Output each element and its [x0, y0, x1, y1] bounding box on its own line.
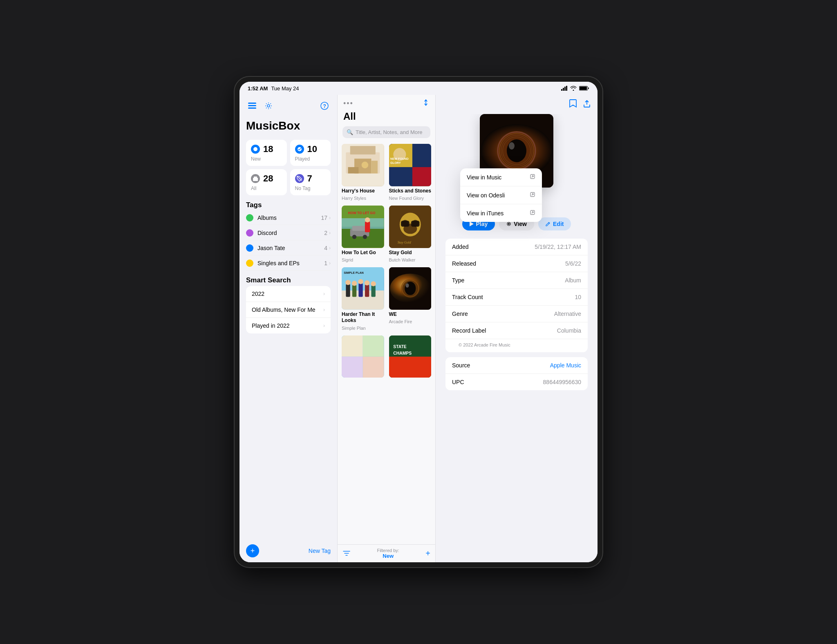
svg-text:HOW TO LET GO: HOW TO LET GO	[348, 211, 376, 215]
album-artist-howtolego: Sigrid	[342, 257, 384, 262]
info-label-trackcount: Track Count	[452, 294, 483, 300]
album-artist-sticks: New Found Glory	[389, 196, 432, 201]
dropdown-view-music[interactable]: View in Music	[460, 168, 542, 186]
edit-button[interactable]: Edit	[538, 217, 571, 230]
ipad-frame: 1:52 AM Tue May 24	[235, 77, 602, 567]
new-tag-button[interactable]: New Tag	[309, 548, 331, 554]
svg-point-52	[345, 280, 350, 285]
album-we[interactable]: WE Arcade Fire	[389, 267, 432, 331]
info-table: Added 5/19/22, 12:17 AM Released 5/6/22 …	[445, 239, 588, 352]
notag-count: 7	[307, 173, 312, 184]
played-label: Played	[295, 156, 326, 162]
info-label-released: Released	[452, 260, 476, 267]
info-label-source: Source	[452, 362, 470, 369]
album-cover-partial2: STATE CHAMPS	[389, 335, 432, 378]
middle-header: •••	[338, 95, 435, 111]
info-row-released: Released 5/6/22	[445, 255, 588, 272]
wifi-icon	[570, 86, 577, 91]
tag-count-discord: 2	[324, 230, 327, 236]
stat-all[interactable]: 28 All	[246, 169, 287, 195]
info-row-recordlabel: Record Label Columbia	[445, 322, 588, 339]
svg-rect-14	[253, 178, 258, 181]
dropdown-view-itunes[interactable]: View in iTunes	[460, 204, 542, 222]
dropdown-view-odesli[interactable]: View on Odesli	[460, 186, 542, 204]
filter-value: New	[377, 553, 399, 559]
tag-albums[interactable]: Albums 17 ›	[246, 211, 331, 225]
dropdown-arrow-music	[530, 174, 535, 181]
dropdown-view-music-label: View in Music	[467, 174, 501, 181]
chevron-singleseps: ›	[329, 260, 331, 266]
smart-search-section: Smart Search 2022 › Old Albums, New For …	[246, 276, 331, 333]
smart-search-2022[interactable]: 2022 ›	[246, 286, 331, 302]
add-album-button[interactable]: +	[425, 549, 430, 558]
svg-point-35	[352, 235, 356, 239]
album-cover-simpleplan: SIMPLE PLAN	[342, 267, 384, 310]
sort-button[interactable]	[422, 99, 430, 108]
search-icon: 🔍	[347, 129, 353, 135]
filter-button[interactable]	[342, 550, 351, 558]
stats-grid: 18 New 10	[246, 140, 331, 195]
svg-point-89	[507, 139, 526, 162]
tag-name-discord: Discord	[257, 230, 324, 236]
album-title-harrys-house: Harry's House	[342, 188, 384, 195]
tag-singleseps[interactable]: Singles and EPs 1 ›	[246, 256, 331, 271]
svg-rect-21	[348, 167, 359, 174]
album-partial1[interactable]	[342, 335, 384, 381]
svg-text:GLORY: GLORY	[390, 161, 401, 165]
stat-new[interactable]: 18 New	[246, 140, 287, 166]
stat-played[interactable]: 10 Played	[290, 140, 331, 166]
info-label-added: Added	[452, 244, 468, 250]
share-icon[interactable]	[583, 99, 591, 110]
chevron-discord: ›	[329, 230, 331, 236]
album-howtolego[interactable]: HOW TO LET GO How To Let Go Sigrid	[342, 206, 384, 262]
tag-name-jasontate: Jason Tate	[257, 245, 324, 251]
notag-icon	[295, 174, 304, 183]
smart-search-oldalbums[interactable]: Old Albums, New For Me ›	[246, 302, 331, 318]
album-sticks[interactable]: NEW FOUND GLORY Sticks and Stones New Fo…	[389, 144, 432, 201]
smart-search-played2022[interactable]: Played in 2022 ›	[246, 318, 331, 333]
chevron-played2022: ›	[323, 323, 325, 329]
svg-text:SIMPLE PLAN: SIMPLE PLAN	[344, 271, 364, 275]
album-cover-harrys-house	[342, 144, 384, 186]
tag-count-albums: 17	[321, 215, 327, 221]
middle-bottom: Filtered by: New +	[338, 544, 435, 562]
dropdown-arrow-odesli	[530, 192, 535, 199]
album-simpleplan[interactable]: SIMPLE PLAN Harder Than It Looks Simple …	[342, 267, 384, 331]
album-harrys-house[interactable]: Harry's House Harry Styles	[342, 144, 384, 201]
sidebar-toggle-icon[interactable]	[246, 100, 258, 112]
chevron-albums: ›	[329, 215, 331, 221]
tag-dot-jasontate	[246, 244, 253, 252]
bookmark-icon[interactable]	[569, 99, 577, 110]
sidebar-top-icons: ?	[246, 100, 331, 112]
help-icon[interactable]: ?	[318, 100, 331, 112]
svg-rect-15	[254, 177, 257, 178]
stat-notag[interactable]: 7 No Tag	[290, 169, 331, 195]
album-title-sticks: Sticks and Stones	[389, 188, 432, 195]
info-row-type: Type Album	[445, 272, 588, 289]
new-icon	[251, 145, 260, 154]
all-icon	[251, 174, 260, 183]
search-placeholder: Title, Artist, Notes, and More	[356, 129, 423, 135]
svg-point-22	[362, 161, 369, 168]
notag-label: No Tag	[295, 186, 326, 191]
svg-rect-3	[566, 86, 567, 91]
tag-discord[interactable]: Discord 2 ›	[246, 226, 331, 240]
album-staygold[interactable]: Stay Gold Stay Gold Butch Walker	[389, 206, 432, 262]
status-bar: 1:52 AM Tue May 24	[239, 82, 598, 95]
svg-rect-19	[350, 146, 376, 154]
gear-icon[interactable]	[262, 100, 275, 112]
album-partial2[interactable]: STATE CHAMPS	[389, 335, 432, 381]
add-button[interactable]: +	[246, 544, 259, 557]
svg-rect-7	[248, 105, 256, 106]
tag-jasontate[interactable]: Jason Tate 4 ›	[246, 241, 331, 255]
main-content: ? MusicBox	[239, 95, 598, 562]
info-row-source: Source Apple Music	[445, 357, 588, 374]
svg-text:NEW FOUND: NEW FOUND	[390, 157, 409, 161]
info-value-added: 5/19/22, 12:17 AM	[535, 244, 581, 250]
svg-point-93	[508, 224, 510, 225]
svg-text:Stay Gold: Stay Gold	[397, 241, 411, 244]
album-artist-staygold: Butch Walker	[389, 257, 432, 262]
search-bar[interactable]: 🔍 Title, Artist, Notes, and More	[342, 126, 430, 138]
chevron-oldalbums: ›	[323, 307, 325, 313]
svg-point-36	[363, 235, 367, 239]
